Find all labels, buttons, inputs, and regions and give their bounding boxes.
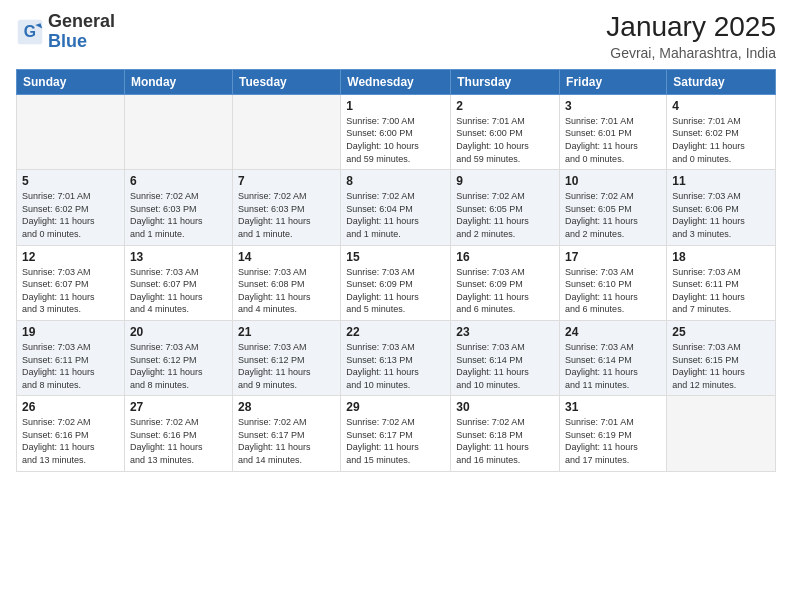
day-info: Sunrise: 7:01 AM Sunset: 6:19 PM Dayligh… <box>565 416 661 466</box>
calendar-week-row: 19Sunrise: 7:03 AM Sunset: 6:11 PM Dayli… <box>17 320 776 395</box>
logo-icon: G <box>16 18 44 46</box>
calendar-day-cell: 24Sunrise: 7:03 AM Sunset: 6:14 PM Dayli… <box>560 320 667 395</box>
day-info: Sunrise: 7:03 AM Sunset: 6:15 PM Dayligh… <box>672 341 770 391</box>
page: G General Blue January 2025 Gevrai, Maha… <box>0 0 792 612</box>
calendar-day-cell: 21Sunrise: 7:03 AM Sunset: 6:12 PM Dayli… <box>232 320 340 395</box>
calendar-day-cell: 5Sunrise: 7:01 AM Sunset: 6:02 PM Daylig… <box>17 170 125 245</box>
day-info: Sunrise: 7:03 AM Sunset: 6:10 PM Dayligh… <box>565 266 661 316</box>
calendar-day-cell: 9Sunrise: 7:02 AM Sunset: 6:05 PM Daylig… <box>451 170 560 245</box>
day-info: Sunrise: 7:02 AM Sunset: 6:18 PM Dayligh… <box>456 416 554 466</box>
calendar-day-cell: 27Sunrise: 7:02 AM Sunset: 6:16 PM Dayli… <box>124 396 232 471</box>
day-number: 2 <box>456 99 554 113</box>
day-number: 18 <box>672 250 770 264</box>
logo-blue-text: Blue <box>48 31 87 51</box>
day-number: 15 <box>346 250 445 264</box>
day-info: Sunrise: 7:00 AM Sunset: 6:00 PM Dayligh… <box>346 115 445 165</box>
day-number: 19 <box>22 325 119 339</box>
calendar-day-cell: 23Sunrise: 7:03 AM Sunset: 6:14 PM Dayli… <box>451 320 560 395</box>
day-info: Sunrise: 7:03 AM Sunset: 6:14 PM Dayligh… <box>456 341 554 391</box>
day-info: Sunrise: 7:01 AM Sunset: 6:01 PM Dayligh… <box>565 115 661 165</box>
calendar-week-row: 1Sunrise: 7:00 AM Sunset: 6:00 PM Daylig… <box>17 94 776 169</box>
day-info: Sunrise: 7:02 AM Sunset: 6:17 PM Dayligh… <box>238 416 335 466</box>
calendar-day-cell: 7Sunrise: 7:02 AM Sunset: 6:03 PM Daylig… <box>232 170 340 245</box>
calendar-day-cell: 8Sunrise: 7:02 AM Sunset: 6:04 PM Daylig… <box>341 170 451 245</box>
calendar-day-cell: 26Sunrise: 7:02 AM Sunset: 6:16 PM Dayli… <box>17 396 125 471</box>
day-info: Sunrise: 7:03 AM Sunset: 6:13 PM Dayligh… <box>346 341 445 391</box>
day-info: Sunrise: 7:02 AM Sunset: 6:16 PM Dayligh… <box>22 416 119 466</box>
weekday-header-monday: Monday <box>124 69 232 94</box>
day-info: Sunrise: 7:03 AM Sunset: 6:08 PM Dayligh… <box>238 266 335 316</box>
calendar-day-cell: 13Sunrise: 7:03 AM Sunset: 6:07 PM Dayli… <box>124 245 232 320</box>
day-info: Sunrise: 7:03 AM Sunset: 6:09 PM Dayligh… <box>346 266 445 316</box>
calendar-day-cell: 11Sunrise: 7:03 AM Sunset: 6:06 PM Dayli… <box>667 170 776 245</box>
logo: G General Blue <box>16 12 115 52</box>
header: G General Blue January 2025 Gevrai, Maha… <box>16 12 776 61</box>
calendar-day-cell <box>667 396 776 471</box>
title-block: January 2025 Gevrai, Maharashtra, India <box>606 12 776 61</box>
day-number: 30 <box>456 400 554 414</box>
month-year: January 2025 <box>606 12 776 43</box>
calendar-day-cell: 4Sunrise: 7:01 AM Sunset: 6:02 PM Daylig… <box>667 94 776 169</box>
weekday-header-friday: Friday <box>560 69 667 94</box>
calendar-day-cell: 1Sunrise: 7:00 AM Sunset: 6:00 PM Daylig… <box>341 94 451 169</box>
day-info: Sunrise: 7:02 AM Sunset: 6:04 PM Dayligh… <box>346 190 445 240</box>
day-number: 14 <box>238 250 335 264</box>
calendar-day-cell <box>232 94 340 169</box>
weekday-header-saturday: Saturday <box>667 69 776 94</box>
day-number: 31 <box>565 400 661 414</box>
weekday-header-sunday: Sunday <box>17 69 125 94</box>
day-number: 29 <box>346 400 445 414</box>
day-number: 12 <box>22 250 119 264</box>
calendar-day-cell: 2Sunrise: 7:01 AM Sunset: 6:00 PM Daylig… <box>451 94 560 169</box>
day-info: Sunrise: 7:03 AM Sunset: 6:06 PM Dayligh… <box>672 190 770 240</box>
day-info: Sunrise: 7:01 AM Sunset: 6:00 PM Dayligh… <box>456 115 554 165</box>
calendar-day-cell: 12Sunrise: 7:03 AM Sunset: 6:07 PM Dayli… <box>17 245 125 320</box>
calendar-day-cell: 14Sunrise: 7:03 AM Sunset: 6:08 PM Dayli… <box>232 245 340 320</box>
day-number: 20 <box>130 325 227 339</box>
svg-text:G: G <box>24 23 36 40</box>
day-number: 24 <box>565 325 661 339</box>
day-number: 7 <box>238 174 335 188</box>
day-number: 23 <box>456 325 554 339</box>
calendar-week-row: 26Sunrise: 7:02 AM Sunset: 6:16 PM Dayli… <box>17 396 776 471</box>
calendar-day-cell: 30Sunrise: 7:02 AM Sunset: 6:18 PM Dayli… <box>451 396 560 471</box>
calendar-day-cell: 29Sunrise: 7:02 AM Sunset: 6:17 PM Dayli… <box>341 396 451 471</box>
calendar-day-cell: 28Sunrise: 7:02 AM Sunset: 6:17 PM Dayli… <box>232 396 340 471</box>
day-number: 27 <box>130 400 227 414</box>
calendar-table: SundayMondayTuesdayWednesdayThursdayFrid… <box>16 69 776 472</box>
calendar-day-cell <box>17 94 125 169</box>
calendar-day-cell <box>124 94 232 169</box>
day-info: Sunrise: 7:03 AM Sunset: 6:11 PM Dayligh… <box>672 266 770 316</box>
day-number: 21 <box>238 325 335 339</box>
day-info: Sunrise: 7:02 AM Sunset: 6:05 PM Dayligh… <box>456 190 554 240</box>
day-number: 17 <box>565 250 661 264</box>
day-info: Sunrise: 7:03 AM Sunset: 6:14 PM Dayligh… <box>565 341 661 391</box>
calendar-day-cell: 19Sunrise: 7:03 AM Sunset: 6:11 PM Dayli… <box>17 320 125 395</box>
day-info: Sunrise: 7:03 AM Sunset: 6:07 PM Dayligh… <box>22 266 119 316</box>
day-number: 13 <box>130 250 227 264</box>
calendar-day-cell: 25Sunrise: 7:03 AM Sunset: 6:15 PM Dayli… <box>667 320 776 395</box>
calendar-day-cell: 10Sunrise: 7:02 AM Sunset: 6:05 PM Dayli… <box>560 170 667 245</box>
day-number: 4 <box>672 99 770 113</box>
calendar-day-cell: 6Sunrise: 7:02 AM Sunset: 6:03 PM Daylig… <box>124 170 232 245</box>
location: Gevrai, Maharashtra, India <box>606 45 776 61</box>
day-info: Sunrise: 7:02 AM Sunset: 6:16 PM Dayligh… <box>130 416 227 466</box>
day-info: Sunrise: 7:02 AM Sunset: 6:17 PM Dayligh… <box>346 416 445 466</box>
day-info: Sunrise: 7:01 AM Sunset: 6:02 PM Dayligh… <box>672 115 770 165</box>
weekday-header-thursday: Thursday <box>451 69 560 94</box>
day-number: 6 <box>130 174 227 188</box>
day-number: 3 <box>565 99 661 113</box>
weekday-header-row: SundayMondayTuesdayWednesdayThursdayFrid… <box>17 69 776 94</box>
day-number: 16 <box>456 250 554 264</box>
calendar-day-cell: 3Sunrise: 7:01 AM Sunset: 6:01 PM Daylig… <box>560 94 667 169</box>
calendar-day-cell: 22Sunrise: 7:03 AM Sunset: 6:13 PM Dayli… <box>341 320 451 395</box>
weekday-header-wednesday: Wednesday <box>341 69 451 94</box>
day-info: Sunrise: 7:02 AM Sunset: 6:05 PM Dayligh… <box>565 190 661 240</box>
day-number: 11 <box>672 174 770 188</box>
calendar-day-cell: 17Sunrise: 7:03 AM Sunset: 6:10 PM Dayli… <box>560 245 667 320</box>
day-number: 28 <box>238 400 335 414</box>
calendar-week-row: 5Sunrise: 7:01 AM Sunset: 6:02 PM Daylig… <box>17 170 776 245</box>
calendar-day-cell: 31Sunrise: 7:01 AM Sunset: 6:19 PM Dayli… <box>560 396 667 471</box>
calendar-day-cell: 20Sunrise: 7:03 AM Sunset: 6:12 PM Dayli… <box>124 320 232 395</box>
day-info: Sunrise: 7:03 AM Sunset: 6:11 PM Dayligh… <box>22 341 119 391</box>
